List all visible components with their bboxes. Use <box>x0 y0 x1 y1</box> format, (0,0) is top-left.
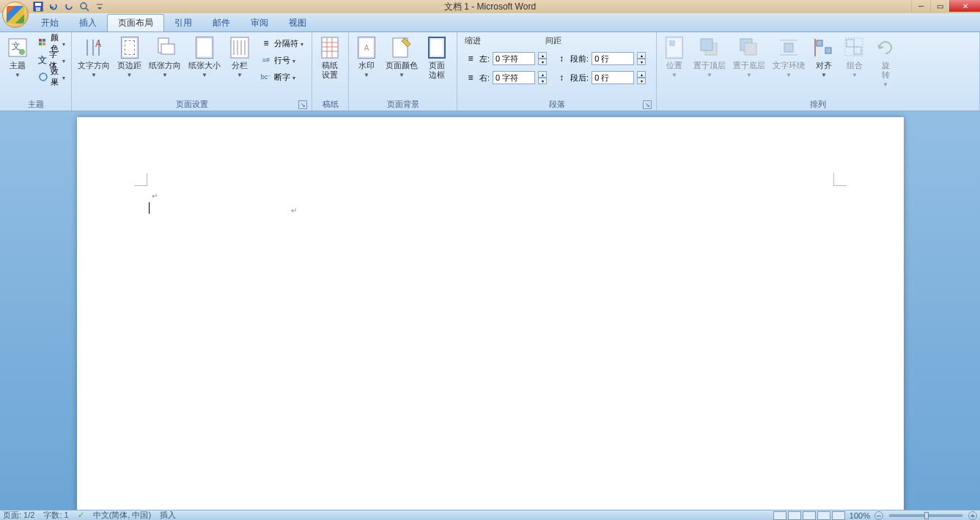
text-direction-button[interactable]: A 文字方向▼ <box>75 34 113 95</box>
columns-icon <box>228 36 251 59</box>
align-button[interactable]: 对齐▼ <box>809 34 839 95</box>
margin-corner-tl <box>134 173 147 186</box>
svg-rect-42 <box>847 40 854 47</box>
tab-page-layout[interactable]: 页面布局 <box>107 14 164 31</box>
redo-icon[interactable] <box>62 1 76 12</box>
send-back-icon <box>737 36 761 59</box>
status-proof-icon[interactable]: ✓ <box>78 510 84 520</box>
margins-button[interactable]: 页边距▼ <box>114 34 144 95</box>
ribbon-tabs: 开始 插入 页面布局 引用 邮件 审阅 视图 <box>0 13 980 32</box>
view-print-layout-button[interactable] <box>773 511 786 520</box>
text-direction-icon: A <box>82 36 106 59</box>
indent-right-icon: ≡ <box>465 72 476 83</box>
breaks-button[interactable]: ≡ 分隔符▾ <box>257 35 306 51</box>
group-button: 组合▼ <box>840 34 869 95</box>
hyphenation-icon: bc⁻ <box>260 71 272 83</box>
status-language[interactable]: 中文(简体, 中国) <box>93 510 151 520</box>
tab-reference[interactable]: 引用 <box>164 14 202 31</box>
status-page[interactable]: 页面: 1/2 <box>3 510 34 520</box>
svg-point-8 <box>19 49 25 55</box>
tab-view[interactable]: 视图 <box>279 14 317 31</box>
indent-left-icon: ≡ <box>465 53 476 64</box>
theme-effects-button[interactable]: 效果▾ <box>35 69 68 85</box>
group-manuscript: 稿纸 设置 稿纸 <box>312 32 349 111</box>
chevron-down-icon: ▼ <box>15 72 21 78</box>
page-border-button[interactable]: 页面 边框 <box>422 34 452 95</box>
space-before-input[interactable] <box>592 52 634 65</box>
view-web-button[interactable] <box>803 511 816 520</box>
print-preview-icon[interactable] <box>77 1 92 12</box>
zoom-slider[interactable] <box>889 514 962 517</box>
position-icon <box>663 36 686 59</box>
zoom-level[interactable]: 100% <box>850 511 870 520</box>
svg-rect-43 <box>854 47 861 54</box>
size-button[interactable]: 纸张大小▼ <box>185 34 224 95</box>
hyphenation-button[interactable]: bc⁻ 断字▾ <box>257 69 306 85</box>
document-area[interactable]: ↵ ↵ <box>0 111 980 510</box>
paragraph-launcher[interactable]: ↘ <box>643 100 652 109</box>
space-after-icon: ↕ <box>556 72 567 83</box>
indent-right-input[interactable] <box>493 71 535 84</box>
svg-line-4 <box>86 8 89 11</box>
tab-start[interactable]: 开始 <box>31 14 69 31</box>
page-color-button[interactable]: 页面颜色▼ <box>383 34 421 95</box>
text-wrap-button: 文字环绕▼ <box>770 34 808 95</box>
svg-rect-10 <box>43 39 45 42</box>
status-words[interactable]: 字数: 1 <box>43 510 68 520</box>
bring-front-icon <box>698 36 721 59</box>
maximize-button[interactable]: ▭ <box>930 0 949 12</box>
view-draft-button[interactable] <box>832 511 845 520</box>
svg-point-13 <box>40 73 47 81</box>
zoom-out-button[interactable]: − <box>874 511 883 520</box>
group-page-setup: A 文字方向▼ 页边距▼ 纸张方向▼ 纸张大小▼ 分栏▼ ≡ <box>72 32 312 111</box>
manuscript-settings-button[interactable]: 稿纸 设置 <box>315 34 345 95</box>
qat-dropdown-icon[interactable] <box>92 1 107 12</box>
bring-front-button: 置于顶层▼ <box>690 34 729 95</box>
paragraph-mark-icon: ↵ <box>291 207 297 215</box>
columns-button[interactable]: 分栏▼ <box>225 34 254 95</box>
margins-icon <box>118 36 141 59</box>
page-setup-launcher[interactable]: ↘ <box>298 100 307 109</box>
spacing-header: 间距 <box>545 35 561 46</box>
send-back-button: 置于底层▼ <box>730 34 768 95</box>
zoom-in-button[interactable]: + <box>968 511 977 520</box>
close-button[interactable]: ✕ <box>949 0 980 12</box>
save-icon[interactable] <box>31 1 45 12</box>
space-after-input[interactable] <box>592 71 634 84</box>
document-page[interactable]: ↵ ↵ <box>77 117 904 510</box>
svg-rect-9 <box>39 39 42 42</box>
indent-left-input[interactable] <box>493 52 535 65</box>
themes-icon: 文 <box>6 36 29 59</box>
svg-rect-12 <box>43 42 45 45</box>
minimize-button[interactable]: ─ <box>911 0 930 12</box>
themes-label: 主题 <box>10 61 26 70</box>
tab-review[interactable]: 审阅 <box>240 14 279 31</box>
watermark-button[interactable]: A 水印▼ <box>352 34 381 95</box>
breaks-icon: ≡ <box>260 37 272 49</box>
manuscript-icon <box>318 36 342 59</box>
tab-mail[interactable]: 邮件 <box>202 14 240 31</box>
rotate-icon <box>874 36 897 59</box>
orientation-button[interactable]: 纸张方向▼ <box>146 34 184 95</box>
space-before-spinner[interactable]: ▴▾ <box>637 52 646 65</box>
line-numbers-button[interactable]: ≡# 行号▾ <box>257 52 306 68</box>
indent-right-spinner[interactable]: ▴▾ <box>538 71 547 84</box>
space-after-spinner[interactable]: ▴▾ <box>637 71 646 84</box>
indent-left-spinner[interactable]: ▴▾ <box>538 52 547 65</box>
group-theme: 文 主题 ▼ 颜色▾ 文 字体▾ 效果▾ 主题 <box>0 32 72 111</box>
status-insert-mode[interactable]: 插入 <box>160 510 176 520</box>
svg-rect-36 <box>784 43 793 52</box>
office-button[interactable] <box>2 1 29 28</box>
themes-button[interactable]: 文 主题 ▼ <box>3 34 32 95</box>
svg-rect-40 <box>825 48 831 53</box>
window-title: 文档 1 - Microsoft Word <box>444 1 536 13</box>
view-outline-button[interactable] <box>817 511 830 520</box>
undo-icon[interactable] <box>46 1 61 12</box>
view-fullscreen-button[interactable] <box>788 511 801 520</box>
tab-insert[interactable]: 插入 <box>69 14 107 31</box>
group-page-background: A 水印▼ 页面颜色▼ 页面 边框 页面背景 <box>349 32 457 111</box>
title-bar: 文档 1 - Microsoft Word ─ ▭ ✕ <box>0 0 980 13</box>
size-icon <box>193 36 216 59</box>
fonts-icon: 文 <box>38 54 47 66</box>
effects-icon <box>38 71 48 83</box>
